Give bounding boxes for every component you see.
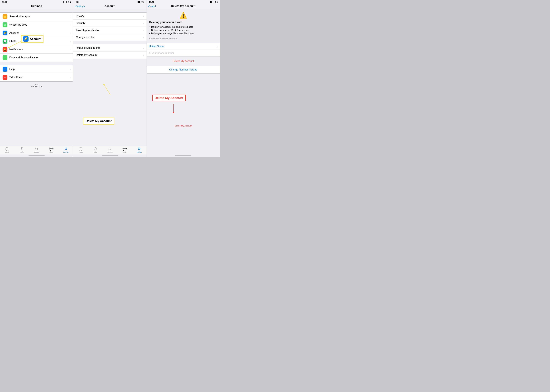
help-row[interactable]: ℹ Help › bbox=[0, 65, 73, 73]
phone-label: ENTER YOUR PHONE NUMBER: bbox=[149, 37, 217, 39]
country-chevron: › bbox=[217, 45, 218, 48]
back-label-2: Settings bbox=[76, 5, 85, 7]
signal-icon-2: ▌▌▌ bbox=[137, 1, 140, 3]
nav-title-3: Delete My Account bbox=[171, 5, 195, 8]
settings-tab-label: Settings bbox=[63, 151, 69, 153]
chats-tab-icon: 💬 bbox=[49, 147, 53, 151]
camera-tab-icon-2: ⊙ bbox=[108, 147, 111, 151]
battery-icon-3: ▮ bbox=[217, 1, 218, 3]
help-icon: ℹ bbox=[3, 67, 7, 72]
tab-calls-2[interactable]: ✆ Calls bbox=[88, 147, 103, 153]
notifications-row[interactable]: 🔔 Notifications › bbox=[0, 45, 73, 54]
tab-bar-1: ◯ Status ✆ Calls ⊙ Camera 💬 Chats ⚙ Sett… bbox=[0, 146, 73, 154]
change-number-row[interactable]: Change Number Instead bbox=[147, 66, 220, 74]
bullet-3: Delete your message history on this phon… bbox=[149, 32, 217, 35]
tab-chats-2[interactable]: 💬 Chats bbox=[117, 147, 132, 153]
account-row[interactable]: 🔑 Account › bbox=[0, 29, 73, 37]
status-bar-2: 9:26 ▌▌▌ ⇈ ▮ bbox=[73, 0, 146, 4]
tab-status-2[interactable]: ◯ Status bbox=[73, 147, 88, 153]
delete-content-wrapper: ⚠️ Deleting your account will: Delete yo… bbox=[147, 9, 220, 154]
home-indicator-2 bbox=[73, 154, 146, 157]
starred-messages-label: Starred Messages bbox=[9, 15, 70, 18]
settings-main-list: ⭐ Starred Messages › 🖥 WhatsApp Web › 🔑 … bbox=[0, 12, 73, 62]
tell-friend-label: Tell a Friend bbox=[9, 76, 70, 79]
tell-friend-icon: ♥ bbox=[3, 75, 7, 80]
security-label: Security bbox=[76, 22, 143, 25]
chats-tab-label: Chats bbox=[49, 151, 53, 153]
notifications-icon: 🔔 bbox=[3, 47, 7, 52]
starred-messages-row[interactable]: ⭐ Starred Messages › bbox=[0, 13, 73, 21]
request-info-row[interactable]: Request Account Info › bbox=[73, 44, 146, 51]
account-section-2: Request Account Info › Delete My Account… bbox=[73, 44, 146, 59]
tab-camera-2[interactable]: ⊙ Camera bbox=[103, 147, 117, 153]
plus-sign: + bbox=[149, 52, 150, 55]
account-list-2: Request Account Info › Delete My Account… bbox=[73, 44, 146, 59]
home-indicator-1 bbox=[0, 154, 73, 157]
change-number-row[interactable]: Change Number › bbox=[73, 34, 146, 41]
calls-tab-label: Calls bbox=[20, 151, 23, 153]
settings-help-section: ℹ Help › ♥ Tell a Friend › bbox=[0, 65, 73, 82]
tab-calls-1[interactable]: ✆ Calls bbox=[15, 147, 29, 153]
delete-screen: 10:29 ▌▌▌ ⇈ ▮ Cancel Delete My Account ⚠… bbox=[147, 0, 220, 157]
from-label: from bbox=[35, 84, 38, 85]
time-3: 10:29 bbox=[149, 1, 154, 3]
settings-tab-icon: ⚙ bbox=[64, 147, 67, 151]
time-1: 10:32 bbox=[2, 1, 7, 3]
whatsapp-web-icon: 🖥 bbox=[3, 22, 7, 27]
settings-tab-label-2: Settings bbox=[136, 151, 142, 153]
two-step-label: Two-Step Verification bbox=[76, 29, 143, 32]
security-row[interactable]: Security › bbox=[73, 20, 146, 27]
delete-account-row[interactable]: Delete My Account › bbox=[73, 51, 146, 59]
whatsapp-web-row[interactable]: 🖥 WhatsApp Web › bbox=[0, 21, 73, 29]
country-row[interactable]: United States › bbox=[147, 43, 220, 50]
chats-row[interactable]: 💬 Chats › bbox=[0, 37, 73, 45]
tab-settings-1[interactable]: ⚙ Settings bbox=[58, 147, 73, 153]
home-indicator-3 bbox=[147, 154, 220, 157]
chevron-icon: › bbox=[70, 48, 71, 51]
delete-button-section: Delete My Account bbox=[147, 56, 220, 64]
chevron-icon: › bbox=[143, 22, 144, 24]
tab-camera-1[interactable]: ⊙ Camera bbox=[29, 147, 44, 153]
tell-a-friend-row[interactable]: ♥ Tell a Friend › bbox=[0, 73, 73, 81]
nav-back-2[interactable]: ‹ Settings bbox=[75, 5, 85, 7]
wifi-icon-3: ⇈ bbox=[214, 1, 216, 3]
nav-title-2: Account bbox=[104, 5, 115, 8]
chats-label: Chats bbox=[9, 40, 70, 43]
change-number-label: Change Number Instead bbox=[169, 68, 197, 71]
privacy-row[interactable]: Privacy › bbox=[73, 13, 146, 20]
chevron-icon: › bbox=[70, 56, 71, 59]
help-label: Help bbox=[9, 68, 70, 71]
change-number-label: Change Number bbox=[76, 36, 143, 39]
request-info-label: Request Account Info bbox=[76, 47, 143, 49]
status-bar-1: 10:32 ▌▌▌ ⇈ ▮ bbox=[0, 0, 73, 4]
bullet-1: Delete your account info and profile pho… bbox=[149, 25, 217, 28]
tab-settings-2[interactable]: ⚙ Settings bbox=[132, 147, 147, 153]
tab-status-1[interactable]: ◯ Status bbox=[0, 147, 15, 153]
chevron-icon: › bbox=[143, 54, 144, 56]
phone-row[interactable]: + your phone number bbox=[147, 50, 220, 56]
storage-label: Data and Storage Usage bbox=[9, 56, 70, 59]
status-icons-1: ▌▌▌ ⇈ ▮ bbox=[64, 1, 71, 3]
cancel-button[interactable]: Cancel bbox=[148, 5, 156, 7]
signal-icon-1: ▌▌▌ bbox=[64, 1, 67, 3]
delete-account-label: Delete My Account bbox=[76, 54, 143, 56]
status-tab-icon-2: ◯ bbox=[79, 147, 83, 151]
chevron-icon: › bbox=[70, 40, 71, 43]
storage-row[interactable]: ↕ Data and Storage Usage › bbox=[0, 54, 73, 62]
privacy-label: Privacy bbox=[76, 15, 143, 18]
time-2: 9:26 bbox=[76, 1, 79, 3]
status-bar-3: 10:29 ▌▌▌ ⇈ ▮ bbox=[147, 0, 220, 4]
chevron-icon: › bbox=[70, 68, 71, 71]
chats-icon: 💬 bbox=[3, 39, 7, 44]
notifications-label: Notifications bbox=[9, 48, 70, 51]
status-tab-icon: ◯ bbox=[5, 147, 9, 151]
settings-tab-icon-2: ⚙ bbox=[137, 147, 141, 151]
delete-my-account-button[interactable]: Delete My Account bbox=[172, 60, 194, 63]
camera-tab-label: Camera bbox=[34, 151, 39, 153]
two-step-row[interactable]: Two-Step Verification › bbox=[73, 27, 146, 34]
settings-main-section: ⭐ Starred Messages › 🖥 WhatsApp Web › 🔑 … bbox=[0, 12, 73, 62]
battery-icon-1: ▮ bbox=[70, 1, 71, 3]
account-icon: 🔑 bbox=[3, 31, 7, 35]
status-tab-label-2: Status bbox=[79, 151, 83, 153]
tab-chats-1[interactable]: 💬 Chats bbox=[44, 147, 59, 153]
